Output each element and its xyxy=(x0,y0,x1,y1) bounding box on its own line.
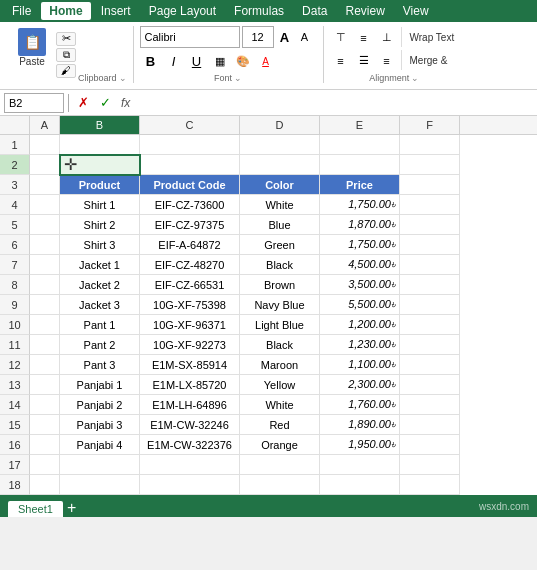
cell-d12[interactable]: Maroon xyxy=(240,355,320,375)
cell-a7[interactable] xyxy=(30,255,60,275)
cell-d17[interactable] xyxy=(240,455,320,475)
cell-a1[interactable] xyxy=(30,135,60,155)
add-sheet-button[interactable]: + xyxy=(67,499,76,517)
row-header-10[interactable]: 10 xyxy=(0,315,30,335)
cell-d3-header[interactable]: Color xyxy=(240,175,320,195)
menu-file[interactable]: File xyxy=(4,2,39,20)
cell-a17[interactable] xyxy=(30,455,60,475)
col-header-c[interactable]: C xyxy=(140,116,240,134)
merge-center-button[interactable]: Merge & xyxy=(405,50,453,72)
cell-d1[interactable] xyxy=(240,135,320,155)
cell-a11[interactable] xyxy=(30,335,60,355)
cell-f7[interactable] xyxy=(400,255,460,275)
cell-b13[interactable]: Panjabi 1 xyxy=(60,375,140,395)
row-header-1[interactable]: 1 xyxy=(0,135,30,155)
menu-home[interactable]: Home xyxy=(41,2,90,20)
row-header-17[interactable]: 17 xyxy=(0,455,30,475)
cell-c12[interactable]: E1M-SX-85914 xyxy=(140,355,240,375)
menu-view[interactable]: View xyxy=(395,2,437,20)
cell-e1[interactable] xyxy=(320,135,400,155)
cell-d5[interactable]: Blue xyxy=(240,215,320,235)
cell-c8[interactable]: EIF-CZ-66531 xyxy=(140,275,240,295)
col-header-e[interactable]: E xyxy=(320,116,400,134)
cell-f18[interactable] xyxy=(400,475,460,495)
menu-page-layout[interactable]: Page Layout xyxy=(141,2,224,20)
cell-d16[interactable]: Orange xyxy=(240,435,320,455)
cell-e15[interactable]: 1,890.00৳ xyxy=(320,415,400,435)
cell-a12[interactable] xyxy=(30,355,60,375)
fill-color-button[interactable]: 🎨 xyxy=(232,50,254,72)
cell-f17[interactable] xyxy=(400,455,460,475)
cell-f16[interactable] xyxy=(400,435,460,455)
menu-formulas[interactable]: Formulas xyxy=(226,2,292,20)
cell-a8[interactable] xyxy=(30,275,60,295)
cell-b11[interactable]: Pant 2 xyxy=(60,335,140,355)
row-header-4[interactable]: 4 xyxy=(0,195,30,215)
confirm-formula-icon[interactable]: ✓ xyxy=(95,93,115,113)
cell-c5[interactable]: EIF-CZ-97375 xyxy=(140,215,240,235)
cell-c17[interactable] xyxy=(140,455,240,475)
row-header-18[interactable]: 18 xyxy=(0,475,30,495)
cell-d15[interactable]: Red xyxy=(240,415,320,435)
cell-b16[interactable]: Panjabi 4 xyxy=(60,435,140,455)
cell-c9[interactable]: 10G-XF-75398 xyxy=(140,295,240,315)
cell-f5[interactable] xyxy=(400,215,460,235)
cell-e17[interactable] xyxy=(320,455,400,475)
cell-c3-header[interactable]: Product Code xyxy=(140,175,240,195)
row-header-12[interactable]: 12 xyxy=(0,355,30,375)
cell-b12[interactable]: Pant 3 xyxy=(60,355,140,375)
row-header-2[interactable]: 2 xyxy=(0,155,30,175)
row-header-11[interactable]: 11 xyxy=(0,335,30,355)
col-header-a[interactable]: A xyxy=(30,116,60,134)
cell-f15[interactable] xyxy=(400,415,460,435)
cell-f12[interactable] xyxy=(400,355,460,375)
cell-b7[interactable]: Jacket 1 xyxy=(60,255,140,275)
row-header-6[interactable]: 6 xyxy=(0,235,30,255)
cell-b1[interactable] xyxy=(60,135,140,155)
cell-a10[interactable] xyxy=(30,315,60,335)
cell-a3[interactable] xyxy=(30,175,60,195)
cell-f10[interactable] xyxy=(400,315,460,335)
cell-c13[interactable]: E1M-LX-85720 xyxy=(140,375,240,395)
row-header-8[interactable]: 8 xyxy=(0,275,30,295)
cell-d7[interactable]: Black xyxy=(240,255,320,275)
menu-data[interactable]: Data xyxy=(294,2,335,20)
cell-c18[interactable] xyxy=(140,475,240,495)
cell-a18[interactable] xyxy=(30,475,60,495)
bold-button[interactable]: B xyxy=(140,50,162,72)
col-header-d[interactable]: D xyxy=(240,116,320,134)
cell-f13[interactable] xyxy=(400,375,460,395)
row-header-5[interactable]: 5 xyxy=(0,215,30,235)
decrease-font-button[interactable]: A xyxy=(296,26,314,48)
cell-e8[interactable]: 3,500.00৳ xyxy=(320,275,400,295)
font-size-input[interactable] xyxy=(242,26,274,48)
cell-c7[interactable]: EIF-CZ-48270 xyxy=(140,255,240,275)
align-top-button[interactable]: ⊤ xyxy=(330,27,352,49)
font-name-input[interactable] xyxy=(140,26,240,48)
cell-e2[interactable] xyxy=(320,155,400,175)
cell-e7[interactable]: 4,500.00৳ xyxy=(320,255,400,275)
italic-button[interactable]: I xyxy=(163,50,185,72)
cell-b4[interactable]: Shirt 1 xyxy=(60,195,140,215)
sheet-tab[interactable]: Sheet1 xyxy=(8,501,63,517)
cell-f9[interactable] xyxy=(400,295,460,315)
cell-b14[interactable]: Panjabi 2 xyxy=(60,395,140,415)
cell-d14[interactable]: White xyxy=(240,395,320,415)
menu-review[interactable]: Review xyxy=(337,2,392,20)
formula-input[interactable] xyxy=(138,93,533,113)
cell-a16[interactable] xyxy=(30,435,60,455)
cell-f3[interactable] xyxy=(400,175,460,195)
cell-e4[interactable]: 1,750.00৳ xyxy=(320,195,400,215)
cell-a4[interactable] xyxy=(30,195,60,215)
cell-c1[interactable] xyxy=(140,135,240,155)
cell-d4[interactable]: White xyxy=(240,195,320,215)
cell-d9[interactable]: Navy Blue xyxy=(240,295,320,315)
cell-b8[interactable]: Jacket 2 xyxy=(60,275,140,295)
format-painter-button[interactable]: 🖌 xyxy=(56,64,76,78)
cell-c15[interactable]: E1M-CW-32246 xyxy=(140,415,240,435)
cell-d13[interactable]: Yellow xyxy=(240,375,320,395)
cell-f2[interactable] xyxy=(400,155,460,175)
align-bottom-button[interactable]: ⊥ xyxy=(376,27,398,49)
cell-c10[interactable]: 10G-XF-96371 xyxy=(140,315,240,335)
copy-button[interactable]: ⧉ xyxy=(56,48,76,62)
